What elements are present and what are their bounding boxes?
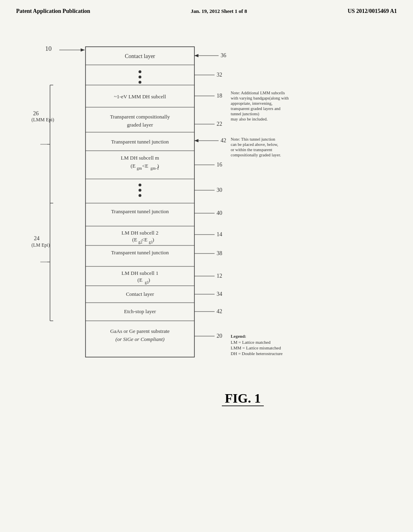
svg-text:can be placed above, below,: can be placed above, below, bbox=[231, 142, 278, 147]
svg-text:14: 14 bbox=[217, 231, 222, 237]
svg-point-28 bbox=[139, 184, 142, 187]
svg-text:): ) bbox=[157, 163, 159, 169]
svg-point-15 bbox=[139, 71, 142, 73]
svg-text:Note: This tunnel junction: Note: This tunnel junction bbox=[231, 137, 275, 141]
svg-text:LM DH subcell 2: LM DH subcell 2 bbox=[121, 230, 158, 236]
header-right: US 2012/0015469 A1 bbox=[348, 8, 397, 15]
page: Patent Application Publication Jan. 19, … bbox=[0, 0, 413, 532]
svg-text:42: 42 bbox=[217, 308, 222, 314]
svg-text:~1-eV LMM DH subcell: ~1-eV LMM DH subcell bbox=[114, 94, 166, 100]
svg-text:Contact layer: Contact layer bbox=[126, 291, 154, 297]
svg-text:36: 36 bbox=[221, 52, 226, 58]
svg-text:compositionally graded layer.: compositionally graded layer. bbox=[231, 153, 281, 157]
svg-text:LM DH subcell 1: LM DH subcell 1 bbox=[121, 270, 158, 276]
svg-text:<E: <E bbox=[141, 237, 147, 243]
svg-text:(E: (E bbox=[131, 163, 136, 169]
svg-text:graded layer: graded layer bbox=[127, 122, 153, 128]
header-center: Jan. 19, 2012 Sheet 1 of 8 bbox=[191, 8, 247, 15]
svg-text:DH = Double heterostructure: DH = Double heterostructure bbox=[231, 351, 283, 356]
svg-text:LM DH subcell m: LM DH subcell m bbox=[121, 155, 159, 161]
svg-text:Transparent compositionally: Transparent compositionally bbox=[110, 114, 170, 120]
svg-text:34: 34 bbox=[217, 291, 222, 297]
svg-text:tunnel junctions): tunnel junctions) bbox=[231, 112, 259, 116]
svg-text:(LMM Epi): (LMM Epi) bbox=[31, 117, 54, 123]
svg-text:LMM = Lattice mismatched: LMM = Lattice mismatched bbox=[231, 345, 281, 350]
svg-text:22: 22 bbox=[217, 121, 222, 127]
svg-text:26: 26 bbox=[33, 110, 39, 116]
svg-text:42: 42 bbox=[221, 137, 226, 143]
svg-text:transparent graded layers and: transparent graded layers and bbox=[231, 106, 281, 111]
svg-text:30: 30 bbox=[217, 187, 222, 193]
svg-text:32: 32 bbox=[217, 72, 222, 78]
svg-marker-63 bbox=[194, 139, 198, 142]
svg-text:10: 10 bbox=[45, 45, 52, 52]
svg-point-29 bbox=[139, 189, 142, 192]
svg-text:18: 18 bbox=[217, 93, 222, 99]
svg-text:): ) bbox=[148, 277, 150, 283]
svg-text:or within the transparent: or within the transparent bbox=[231, 148, 272, 152]
svg-text:LM = Lattice matched: LM = Lattice matched bbox=[231, 340, 271, 345]
svg-text:with varying bandgaps(along wi: with varying bandgaps(along with bbox=[231, 96, 289, 101]
diagram-wrapper: Contact layer ~1-eV LMM DH subcell Trans… bbox=[25, 27, 388, 406]
svg-text:): ) bbox=[152, 237, 154, 243]
svg-text:16: 16 bbox=[217, 162, 222, 168]
header-left: Patent Application Publication bbox=[16, 8, 90, 15]
svg-text:Contact layer: Contact layer bbox=[125, 53, 155, 59]
main-content: Contact layer ~1-eV LMM DH subcell Trans… bbox=[16, 27, 397, 406]
svg-text:Transparent tunnel junction: Transparent tunnel junction bbox=[111, 139, 169, 145]
svg-marker-48 bbox=[194, 54, 198, 57]
svg-text:38: 38 bbox=[217, 250, 222, 256]
svg-text:24: 24 bbox=[34, 235, 40, 241]
svg-text:Transparent tunnel junction: Transparent tunnel junction bbox=[111, 208, 169, 214]
header: Patent Application Publication Jan. 19, … bbox=[16, 8, 397, 15]
diagram-svg: Contact layer ~1-eV LMM DH subcell Trans… bbox=[25, 27, 388, 470]
svg-text:<E: <E bbox=[142, 163, 148, 169]
svg-marker-93 bbox=[81, 48, 85, 52]
svg-text:gm: gm bbox=[137, 166, 142, 170]
svg-point-16 bbox=[139, 76, 142, 79]
svg-text:(E: (E bbox=[132, 237, 137, 243]
svg-text:may also be included.: may also be included. bbox=[231, 117, 268, 121]
svg-text:(E: (E bbox=[138, 277, 142, 283]
svg-point-30 bbox=[139, 194, 142, 197]
svg-point-17 bbox=[139, 81, 142, 84]
svg-text:Transparent tunnel junction: Transparent tunnel junction bbox=[111, 249, 169, 256]
svg-text:(LM Epi): (LM Epi) bbox=[31, 242, 50, 248]
svg-text:Etch-stop layer: Etch-stop layer bbox=[124, 308, 156, 314]
svg-text:40: 40 bbox=[217, 210, 222, 216]
svg-text:GaAs or Ge parent substrate: GaAs or Ge parent substrate bbox=[110, 328, 170, 334]
svg-text:20: 20 bbox=[217, 333, 222, 339]
svg-text:appropriate, intervening,: appropriate, intervening, bbox=[231, 101, 273, 106]
svg-text:(or SiGe or Compliant): (or SiGe or Compliant) bbox=[115, 336, 165, 342]
svg-text:12: 12 bbox=[217, 273, 222, 279]
svg-text:Note:  Additional LMM subcells: Note: Additional LMM subcells bbox=[231, 91, 285, 95]
svg-text:Legend:: Legend: bbox=[231, 334, 246, 339]
